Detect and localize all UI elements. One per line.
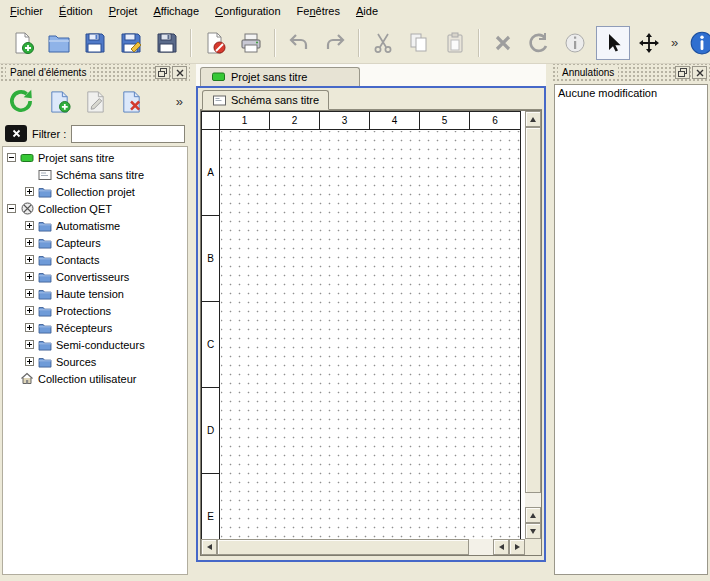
collapse-expander[interactable] bbox=[7, 204, 16, 213]
scroll-left-button-secondary[interactable] bbox=[493, 539, 509, 555]
elements-panel-toolbar: » bbox=[0, 81, 190, 121]
tree-item-convertisseurs[interactable]: Convertisseurs bbox=[3, 268, 187, 285]
copy-button[interactable] bbox=[402, 26, 436, 60]
tree-item-collection-qet[interactable]: Collection QET bbox=[3, 200, 187, 217]
scroll-left-button[interactable] bbox=[201, 539, 217, 555]
tree-item-haute-tension[interactable]: Haute tension bbox=[3, 285, 187, 302]
redo-button[interactable] bbox=[318, 26, 352, 60]
expand-expander[interactable] bbox=[25, 255, 34, 264]
menu-label: ide bbox=[363, 5, 378, 17]
element-info-button[interactable] bbox=[558, 26, 592, 60]
info-disabled-icon bbox=[563, 31, 587, 55]
project-tab[interactable]: Projet sans titre bbox=[200, 67, 360, 86]
clear-filter-button[interactable] bbox=[5, 125, 27, 142]
scroll-down-button[interactable] bbox=[525, 523, 541, 539]
tree-item-semi-conducteurs[interactable]: Semi-conducteurs bbox=[3, 336, 187, 353]
tree-item-contacts[interactable]: Contacts bbox=[3, 251, 187, 268]
expand-expander[interactable] bbox=[25, 187, 34, 196]
menu-item-aide[interactable]: Aide bbox=[348, 0, 386, 22]
close-panel-button[interactable] bbox=[692, 66, 707, 79]
tree-item-schema-sans-titre[interactable]: Schéma sans titre bbox=[3, 166, 187, 183]
up-arrow-icon bbox=[530, 117, 536, 122]
float-panel-button[interactable] bbox=[155, 66, 170, 79]
panel-toolbar-overflow-button[interactable]: » bbox=[173, 86, 186, 116]
new-document-button[interactable] bbox=[6, 26, 40, 60]
close-panel-button[interactable] bbox=[172, 66, 187, 79]
delete-element-button[interactable] bbox=[116, 86, 146, 116]
expand-expander[interactable] bbox=[25, 323, 34, 332]
reload-collections-button[interactable] bbox=[4, 84, 38, 118]
undo-list-item[interactable]: Aucune modification bbox=[555, 85, 707, 101]
diagram-canvas[interactable] bbox=[221, 131, 520, 556]
pan-mode-button[interactable] bbox=[632, 26, 666, 60]
save-button[interactable] bbox=[78, 26, 112, 60]
horizontal-scroll-track[interactable] bbox=[469, 539, 493, 555]
scroll-up-button[interactable] bbox=[525, 111, 541, 127]
undo-button[interactable] bbox=[282, 26, 316, 60]
close-file-button[interactable] bbox=[198, 26, 232, 60]
vertical-scroll-thumb[interactable] bbox=[525, 127, 541, 493]
tree-item-sources[interactable]: Sources bbox=[3, 353, 187, 370]
tree-item-label: Haute tension bbox=[56, 288, 124, 300]
tree-item-label: Collection QET bbox=[38, 203, 112, 215]
menu-item-edition[interactable]: Édition bbox=[51, 0, 101, 22]
select-mode-button[interactable] bbox=[596, 26, 630, 60]
filter-input[interactable] bbox=[71, 125, 185, 143]
edit-element-button[interactable] bbox=[80, 86, 110, 116]
expand-expander[interactable] bbox=[25, 221, 34, 230]
open-project-button[interactable] bbox=[42, 26, 76, 60]
tree-item-collection-projet[interactable]: Collection projet bbox=[3, 183, 187, 200]
diagram-view[interactable]: 1 2 3 4 5 6 A B C D E bbox=[200, 110, 542, 556]
rotate-button[interactable] bbox=[522, 26, 556, 60]
menu-item-affichage[interactable]: Affichage bbox=[145, 0, 207, 22]
project-tab-label: Projet sans titre bbox=[231, 71, 307, 83]
toolbar-overflow-button[interactable]: » bbox=[668, 28, 681, 58]
column-header: 6 bbox=[470, 112, 520, 129]
expand-expander[interactable] bbox=[25, 357, 34, 366]
expand-expander[interactable] bbox=[25, 238, 34, 247]
tree-item-label: Récepteurs bbox=[56, 322, 112, 334]
save-as-button[interactable] bbox=[114, 26, 148, 60]
elements-panel-titlebar[interactable]: Panel d'éléments bbox=[0, 64, 190, 81]
row-header: C bbox=[202, 302, 219, 388]
vertical-scroll-track[interactable] bbox=[525, 493, 541, 507]
collapse-expander[interactable] bbox=[7, 153, 16, 162]
vertical-scrollbar[interactable] bbox=[525, 111, 541, 539]
delete-element-icon bbox=[119, 89, 144, 114]
cut-button[interactable] bbox=[366, 26, 400, 60]
scroll-up-button-secondary[interactable] bbox=[525, 507, 541, 523]
horizontal-scroll-thumb[interactable] bbox=[217, 539, 469, 555]
home-icon bbox=[20, 372, 34, 385]
undo-panel-titlebar[interactable]: Annulations bbox=[552, 64, 710, 81]
tree-item-capteurs[interactable]: Capteurs bbox=[3, 234, 187, 251]
delete-button[interactable] bbox=[486, 26, 520, 60]
help-info-button[interactable] bbox=[685, 26, 710, 60]
horizontal-scrollbar[interactable] bbox=[201, 539, 525, 555]
print-button[interactable] bbox=[234, 26, 268, 60]
new-element-button[interactable] bbox=[44, 86, 74, 116]
expand-expander[interactable] bbox=[25, 272, 34, 281]
expand-expander[interactable] bbox=[25, 289, 34, 298]
tree-item-protections[interactable]: Protections bbox=[3, 302, 187, 319]
diagram-tab-bar: Schéma sans titre bbox=[200, 90, 542, 110]
diagram-tab[interactable]: Schéma sans titre bbox=[202, 90, 329, 110]
tree-item-collection-utilisateur[interactable]: Collection utilisateur bbox=[3, 370, 187, 387]
down-arrow-icon bbox=[530, 529, 536, 534]
menu-bar: Fichier Édition Projet Affichage Configu… bbox=[0, 0, 710, 22]
menu-item-projet[interactable]: Projet bbox=[101, 0, 146, 22]
expand-expander[interactable] bbox=[25, 340, 34, 349]
menu-item-configuration[interactable]: Configuration bbox=[207, 0, 288, 22]
tree-item-recepteurs[interactable]: Récepteurs bbox=[3, 319, 187, 336]
menu-item-fenetres[interactable]: Fenêtres bbox=[289, 0, 348, 22]
save-all-button[interactable] bbox=[150, 26, 184, 60]
elements-tree: Projet sans titre Schéma sans titre Coll… bbox=[2, 146, 188, 575]
tree-item-automatisme[interactable]: Automatisme bbox=[3, 217, 187, 234]
scroll-right-button[interactable] bbox=[509, 539, 525, 555]
expand-expander[interactable] bbox=[25, 306, 34, 315]
float-panel-button[interactable] bbox=[675, 66, 690, 79]
paste-button[interactable] bbox=[438, 26, 472, 60]
menu-item-fichier[interactable]: Fichier bbox=[2, 0, 51, 22]
column-header: 4 bbox=[370, 112, 420, 129]
tree-item-projet-sans-titre[interactable]: Projet sans titre bbox=[3, 149, 187, 166]
tree-item-label: Schéma sans titre bbox=[56, 169, 144, 181]
